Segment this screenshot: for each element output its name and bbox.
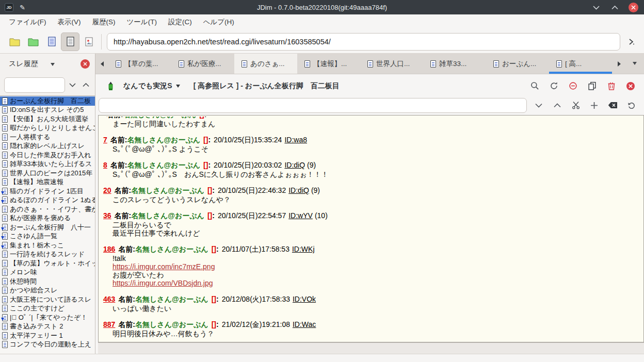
thread-tab[interactable]: 【草の葉... xyxy=(108,54,171,74)
copy-button[interactable] xyxy=(585,78,600,93)
thread-history-item[interactable]: 太平洋フェリー 1 xyxy=(0,331,95,340)
tab-scroll-right-button[interactable] xyxy=(613,54,625,74)
thread-history-item[interactable]: 【草の葉】ウォルト・ホイット xyxy=(0,259,95,268)
find-prev-button[interactable] xyxy=(550,98,565,113)
thread-history-item[interactable]: 大阪王将について語るスレ xyxy=(0,295,95,304)
menu-item[interactable]: 設定(C) xyxy=(163,15,198,29)
extract-button[interactable] xyxy=(568,98,583,113)
post-name-link[interactable]: 名無しさん@おーぷん xyxy=(135,320,208,328)
post-id-link[interactable]: ID:diQ xyxy=(284,161,305,169)
thread-tab[interactable]: [ 高... xyxy=(549,54,612,74)
thread-history-item[interactable]: 隠れ家的レベル上げスレ xyxy=(0,142,95,151)
post-number-link[interactable]: 36 xyxy=(103,211,111,220)
post-name-link[interactable]: 名無しさん@おーぷん xyxy=(127,161,200,169)
undo-search-button[interactable] xyxy=(624,98,639,113)
find-input[interactable] xyxy=(99,98,527,113)
thread-history-item[interactable]: 休憩時間 xyxy=(0,277,95,286)
sidebar-search-input[interactable] xyxy=(4,77,65,93)
thread-history-item[interactable]: おーぷん全板行脚 百二板 xyxy=(0,96,95,106)
sidebar-dropdown-icon[interactable] xyxy=(51,63,55,68)
thread-history-item[interactable]: 雑草33本抜いたら上げるス xyxy=(0,160,95,169)
thread-history-item[interactable]: 世界人口のピークは2015年 xyxy=(0,169,95,178)
stop-button[interactable] xyxy=(566,78,581,93)
post-number-link[interactable]: 186 xyxy=(103,245,115,253)
post-name-link[interactable]: 名無しさん@おーぷん xyxy=(131,211,204,220)
favorites-button[interactable] xyxy=(24,32,42,51)
thread-tab[interactable]: あのさぁ... xyxy=(234,54,297,74)
post-id-link[interactable]: ID:wYV xyxy=(288,211,313,220)
tab-list-dropdown-button[interactable] xyxy=(625,54,644,74)
post-name-link[interactable]: 名無しさん@おーぷん xyxy=(131,186,204,194)
thread-history-item[interactable]: 書き込みテスト 2 xyxy=(0,322,95,332)
post-id-link[interactable]: ID:wa8 xyxy=(284,136,307,144)
post-id-link[interactable]: ID:WKj xyxy=(292,245,315,253)
thread-tab[interactable]: 【速報】... xyxy=(297,54,360,74)
post-link[interactable]: https://i.imgur.com/VBDsjdn.jpg xyxy=(112,279,640,287)
thread-history-item[interactable]: ID:onSを出すスレ その5 xyxy=(0,106,95,115)
menu-item[interactable]: ファイル(F) xyxy=(3,15,52,29)
url-input[interactable] xyxy=(107,33,620,51)
thread-history-item[interactable]: 【安価】おんS大統領選挙 xyxy=(0,114,95,124)
sidebar-search-down-button[interactable] xyxy=(66,78,78,92)
write-post-button[interactable] xyxy=(103,78,118,94)
add-keyword-button[interactable] xyxy=(587,98,602,113)
post-number-link[interactable]: 20 xyxy=(103,186,111,194)
thread-tab[interactable]: 世界人口... xyxy=(360,54,423,74)
thread-tab[interactable]: おーぷん... xyxy=(486,54,549,74)
thread-history-item[interactable]: 猫のガイドライン 1匹目 xyxy=(0,187,95,196)
post-link[interactable]: https://i.imgur.com/inc7mzE.png xyxy=(112,262,640,271)
find-next-button[interactable] xyxy=(531,98,546,113)
thread-history-item[interactable]: ここの主ですけど xyxy=(0,304,95,314)
thread-history-item[interactable]: 私が医療界を褒める xyxy=(0,214,95,223)
thread-tab[interactable]: 雑草33... xyxy=(423,54,486,74)
thread-history-item[interactable]: メロン味 xyxy=(0,268,95,277)
close-window-button[interactable] xyxy=(627,2,639,13)
search-button[interactable] xyxy=(527,78,542,93)
sidebar-search-up-button[interactable] xyxy=(79,78,92,92)
thread-history-item[interactable]: 【速報】地震速報 xyxy=(0,178,95,187)
open-url-button[interactable] xyxy=(623,34,639,50)
menu-item[interactable]: 表示(V) xyxy=(52,15,87,29)
menu-item[interactable]: ツール(T) xyxy=(121,15,163,29)
maximize-button[interactable] xyxy=(609,2,620,13)
thread-history-item[interactable]: 今日した作業及びお手入れ xyxy=(0,151,95,160)
thread-history-item[interactable]: 一行詩を続けるスレッド xyxy=(0,250,95,259)
reload-button[interactable] xyxy=(546,78,561,93)
sidebar-close-button[interactable] xyxy=(81,59,90,69)
thread-history-item[interactable]: あのさぁ・・・イワナ、書かな xyxy=(0,205,95,214)
minimize-button[interactable] xyxy=(590,2,602,13)
thread-history-item[interactable]: コンフで今日の運動を上え xyxy=(0,340,95,350)
thread-history-item[interactable]: |ﾟ Oﾟ ´|「来てやったぞ！ xyxy=(0,313,95,322)
post-number-link[interactable]: 463 xyxy=(103,295,115,303)
thread-history-item[interactable]: 暇だからしりとりしませんこ xyxy=(0,124,95,133)
close-tab-button[interactable] xyxy=(623,78,638,93)
menu-item[interactable]: 履歴(S) xyxy=(87,15,121,29)
menu-item[interactable]: ヘルプ(H) xyxy=(198,15,240,29)
board-selector[interactable]: なんでも実況S xyxy=(123,81,180,91)
post-id-link[interactable]: ID:diQ xyxy=(288,186,309,194)
post-name-link[interactable]: 名無しさん@おーぷん xyxy=(135,245,208,253)
tab-scroll-left-button[interactable] xyxy=(95,54,108,74)
thread-history-item[interactable]: かつや総合スレ xyxy=(0,286,95,295)
post-number-link[interactable]: 7 xyxy=(103,136,107,144)
post-name-link[interactable]: 名無しさん@おーぷん xyxy=(135,295,208,303)
image-view-button[interactable] xyxy=(79,32,98,51)
post-name-link[interactable]: 名無しさん@おーぷん xyxy=(123,117,197,119)
post-id-link[interactable]: ID:VOk xyxy=(293,295,316,303)
thread-history-item[interactable]: ぬるぼのガイドライン 1ぬる xyxy=(0,196,95,205)
thread-history-item[interactable]: こさゆん語一覧 xyxy=(0,232,95,241)
delete-log-button[interactable] xyxy=(604,78,619,93)
board-view-button[interactable] xyxy=(42,32,61,51)
clear-keyword-button[interactable] xyxy=(605,98,620,113)
post-number-link[interactable]: 887 xyxy=(103,320,115,328)
bbs-list-button[interactable] xyxy=(5,32,24,51)
thread-history-item[interactable]: 一人将棋する xyxy=(0,133,95,142)
thread-history-item[interactable]: おーぷん全板行脚 八十一 xyxy=(0,223,95,232)
thread-history-item[interactable]: 集まれ！栃木っこ xyxy=(0,241,95,250)
post-id-link[interactable]: ID:Wac xyxy=(293,320,316,328)
thread-content[interactable]: 名前:名無しさん@おーぷん[]: まーた同じ間違いしたわすまん 7名前:名無しさ… xyxy=(98,115,644,342)
post-name-link[interactable]: 名無しさん@おーぷん xyxy=(127,136,200,144)
thread-view-button[interactable] xyxy=(61,32,79,51)
thread-tab[interactable]: 私が医療... xyxy=(171,54,234,74)
post-number-link[interactable]: 8 xyxy=(103,161,107,169)
